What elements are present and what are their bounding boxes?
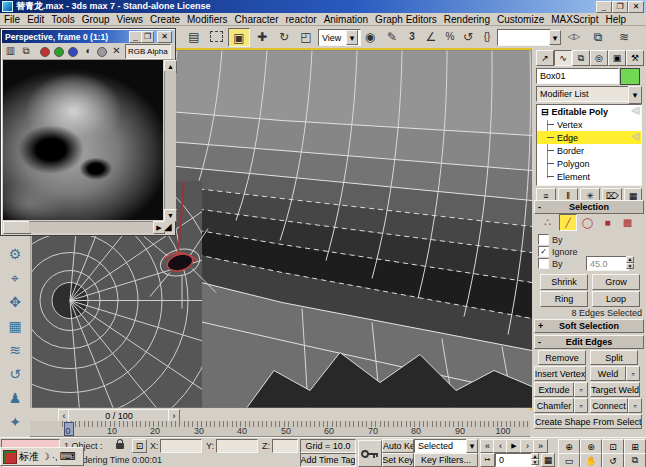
soft-selection-rollout-header[interactable]: + Soft Selection	[534, 319, 644, 333]
curve-editor-icon[interactable]: ≋	[614, 28, 634, 45]
save-bitmap-icon[interactable]: ▥	[4, 44, 17, 57]
ime-punctuation-icon[interactable]: ·,	[52, 452, 58, 462]
rendered-frame-window[interactable]: Perspective, frame 0 (1:1) _ ❐ ✕ ▥ ⧉ ◐ ✕…	[0, 28, 176, 236]
rfw-vscrollbar[interactable]	[164, 71, 176, 209]
key-filters-button[interactable]: Key Filters...	[414, 453, 478, 467]
by-angle-checkbox[interactable]	[538, 258, 549, 269]
object-color-swatch[interactable]	[620, 68, 640, 85]
go-to-end-icon[interactable]: »	[533, 439, 548, 453]
named-selection-dropdown[interactable]	[497, 29, 551, 46]
named-selection-sets-icon[interactable]: {}	[477, 28, 497, 45]
chamfer-settings-button[interactable]: ▫	[574, 398, 588, 413]
selection-lock-icon[interactable]	[116, 443, 124, 449]
arc-rotate-icon[interactable]: ↺	[602, 453, 624, 467]
menu-maxscript[interactable]: MAXScript	[551, 14, 598, 25]
remove-button[interactable]: Remove	[538, 350, 586, 365]
edge-subobject-icon[interactable]: ╱	[559, 214, 577, 231]
set-key-button[interactable]: Set Key	[382, 453, 414, 467]
track-bar[interactable]: 0 10 20 30 40 50 60 70 80 90 100	[30, 421, 530, 437]
rfw-close-button[interactable]: ✕	[157, 31, 172, 43]
weld-settings-button[interactable]: ▫	[626, 366, 640, 381]
key-mode-toggle-icon[interactable]: ↦	[480, 453, 495, 467]
green-channel-icon[interactable]	[54, 47, 64, 57]
tab-display[interactable]: ▣	[608, 50, 626, 66]
percent-snap-icon[interactable]: %	[440, 28, 460, 45]
rfw-maximize-button[interactable]: ❐	[141, 31, 154, 43]
menu-edit[interactable]: Edit	[27, 14, 44, 25]
auto-key-button[interactable]: Auto Key	[382, 439, 414, 453]
menu-customize[interactable]: Customize	[497, 14, 544, 25]
align-icon[interactable]: ⧉	[588, 28, 608, 45]
menu-group[interactable]: Group	[82, 14, 110, 25]
mirror-icon[interactable]: ◁▷	[564, 28, 584, 45]
rect-selection-region-icon[interactable]	[206, 28, 226, 45]
edit-edges-rollout-header[interactable]: - Edit Edges	[534, 335, 644, 349]
tab-create[interactable]: ↗	[536, 50, 554, 66]
selection-filter-arrow[interactable]: ▾	[466, 439, 478, 453]
time-slider-track[interactable]: ‹ 0 / 100 ›	[30, 408, 530, 422]
shrink-button[interactable]: Shrink	[540, 274, 588, 290]
grow-button[interactable]: Grow	[592, 274, 640, 290]
ime-toolbar[interactable]: 标准 ☽ ·, ⌨	[0, 447, 84, 466]
region-zoom-icon[interactable]: ▭	[558, 453, 580, 467]
menu-help[interactable]: Help	[605, 14, 626, 25]
select-and-rotate-icon[interactable]: ↻	[274, 28, 294, 45]
zoom-extents-all-icon[interactable]: ⊞	[624, 439, 646, 454]
spinner-snap-icon[interactable]: ↺	[458, 28, 478, 45]
create-shape-from-selection-button[interactable]: Create Shape From Select	[534, 414, 642, 429]
min-max-toggle-icon[interactable]: ⧉	[624, 453, 646, 467]
border-subobject-icon[interactable]: ◯	[580, 215, 595, 229]
clone-window-icon[interactable]: ⧉	[19, 44, 33, 57]
gear-icon[interactable]: ⚙	[3, 244, 27, 264]
modifier-list-arrow[interactable]: ▾	[628, 86, 642, 104]
zoom-icon[interactable]: ⊕	[558, 439, 580, 454]
menu-animation[interactable]: Animation	[324, 14, 368, 25]
spinner-down-icon[interactable]: ▼	[626, 263, 634, 270]
rfw-resize-grip[interactable]: ◢	[164, 221, 175, 232]
stack-item-element[interactable]: Element	[537, 170, 641, 183]
channel-display-dropdown[interactable]: RGB Alpha	[125, 44, 171, 59]
insert-vertex-button[interactable]: Insert Vertex	[534, 366, 586, 381]
menu-graph-editors[interactable]: Graph Editors	[375, 14, 437, 25]
target-weld-button[interactable]: Target Weld	[590, 382, 640, 397]
bone-tool-icon[interactable]: ⌖	[3, 268, 27, 288]
pan-icon[interactable]: ✋	[580, 453, 602, 467]
weld-button[interactable]: Weld	[590, 366, 626, 381]
util-tool-icon[interactable]: ✦	[3, 412, 27, 432]
window-crossing-icon[interactable]: ▣	[228, 28, 250, 47]
connect-settings-button[interactable]: ▫	[628, 398, 642, 413]
ime-fullwidth-icon[interactable]: ☽	[41, 451, 50, 462]
minimize-button[interactable]: _	[596, 1, 612, 13]
absolute-mode-icon[interactable]: ⊡	[132, 439, 147, 453]
select-by-name-icon[interactable]: ▤	[184, 28, 204, 45]
ring-button[interactable]: Ring	[540, 291, 588, 307]
red-channel-icon[interactable]	[40, 47, 50, 57]
reference-coordinate-arrow[interactable]: ▾	[346, 30, 358, 45]
zoom-all-icon[interactable]: ⊛	[580, 439, 602, 454]
menu-file[interactable]: File	[4, 14, 20, 25]
clear-icon[interactable]: ✕	[110, 44, 123, 57]
set-key-toggle-icon[interactable]	[358, 440, 382, 467]
tab-motion[interactable]: ◎	[590, 50, 608, 66]
select-and-move-icon[interactable]: ✚	[252, 28, 272, 45]
ime-mode-label[interactable]: 标准	[19, 450, 39, 464]
loop-button[interactable]: Loop	[592, 291, 640, 307]
alpha-channel-icon[interactable]	[97, 47, 107, 57]
box-tool-icon[interactable]: ▦	[3, 316, 27, 336]
tab-utilities[interactable]: ⚒	[626, 50, 644, 66]
tab-modify[interactable]: ∿	[554, 50, 572, 66]
split-button[interactable]: Split	[590, 350, 638, 365]
stack-item-edge[interactable]: Edge◁	[537, 131, 641, 144]
select-and-scale-icon[interactable]: ◰	[296, 28, 316, 45]
use-pivot-center-icon[interactable]: ◉	[360, 28, 380, 45]
x-field[interactable]	[160, 439, 202, 453]
add-time-tag[interactable]: Add Time Tag	[300, 453, 356, 467]
collapse-box-icon[interactable]: ⊟	[541, 107, 549, 117]
select-and-manipulate-icon[interactable]: ✎	[382, 28, 402, 45]
frame-spinner[interactable]: ▲▼	[531, 453, 539, 465]
ime-logo-icon[interactable]	[3, 450, 17, 464]
chamfer-button[interactable]: Chamfer	[534, 398, 574, 413]
menu-character[interactable]: Character	[235, 14, 279, 25]
character-tool-icon[interactable]: ♟	[3, 388, 27, 408]
element-subobject-icon[interactable]: ▩	[620, 215, 635, 229]
